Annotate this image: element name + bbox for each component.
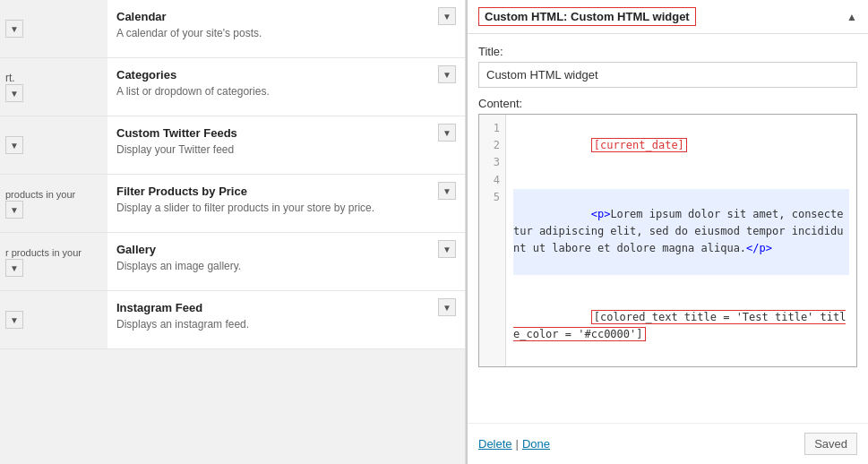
twitter-inner: Custom Twitter Feeds ▼ Display your Twit… (107, 116, 465, 174)
twitter-collapse-btn[interactable]: ▼ (5, 136, 23, 154)
line-numbers: 1 2 3 4 5 (479, 115, 506, 366)
saved-button[interactable]: Saved (804, 433, 857, 455)
left-panel: ▼ Calendar ▼ A calendar of your site's p… (0, 0, 466, 464)
panel-header: Custom HTML: Custom HTML widget ▲ (468, 0, 868, 34)
calendar-right-col: Calendar ▼ A calendar of your site's pos… (107, 0, 465, 57)
categories-title: Categories (116, 68, 176, 82)
categories-right-col: Categories ▼ A list or dropdown of categ… (107, 58, 465, 116)
categories-inner: Categories ▼ A list or dropdown of categ… (107, 58, 465, 116)
panel-body: Title: Content: 1 2 3 4 5 [current_date] (468, 34, 868, 423)
code-content[interactable]: [current_date] <p>Lorem ipsum dolor sit … (506, 115, 856, 366)
instagram-desc: Displays an instagram feed. (116, 316, 456, 339)
html-content: <p>Lorem ipsum dolor sit amet, consectet… (513, 208, 843, 254)
gallery-inner: Gallery ▼ Displays an image gallery. (107, 233, 465, 290)
code-line-2 (513, 172, 849, 189)
calendar-collapse-btn[interactable]: ▼ (5, 20, 23, 38)
instagram-collapse-btn[interactable]: ▼ (5, 311, 23, 329)
widget-row-twitter: ▼ Custom Twitter Feeds ▼ Display your Tw… (0, 116, 465, 175)
footer-links: Delete | Done (478, 437, 550, 451)
filter-price-collapse-btn[interactable]: ▼ (5, 201, 23, 219)
instagram-expand-btn[interactable]: ▼ (438, 298, 456, 316)
code-line-5: [colored_text title = 'Test title' title… (513, 292, 849, 361)
filter-price-partial-text: products in your (5, 188, 75, 201)
twitter-desc: Display your Twitter feed (116, 142, 456, 165)
gallery-partial-text: r products in your (5, 246, 82, 259)
calendar-left-col: ▼ (0, 0, 107, 57)
widget-row-filter-price: products in your ▼ Filter Products by Pr… (0, 175, 465, 233)
calendar-expand-btn[interactable]: ▼ (438, 7, 456, 25)
code-line-1: [current_date] (513, 120, 849, 172)
gallery-right-col: Gallery ▼ Displays an image gallery. (107, 233, 465, 290)
categories-partial-text: rt. (5, 72, 15, 84)
filter-price-right-col: Filter Products by Price ▼ Display a sli… (107, 175, 465, 232)
calendar-inner: Calendar ▼ A calendar of your site's pos… (107, 0, 465, 57)
categories-expand-btn[interactable]: ▼ (438, 65, 456, 83)
widget-row-calendar: ▼ Calendar ▼ A calendar of your site's p… (0, 0, 465, 58)
shortcode-current-date: [current_date] (591, 138, 687, 152)
right-panel: Custom HTML: Custom HTML widget ▲ Title:… (466, 0, 868, 464)
title-field-group: Title: (478, 45, 857, 88)
categories-left-col: rt. ▼ (0, 58, 107, 116)
shortcode-colored-text: [colored_text title = 'Test title' title… (513, 310, 846, 341)
instagram-inner: Instagram Feed ▼ Displays an instagram f… (107, 291, 465, 348)
filter-price-inner: Filter Products by Price ▼ Display a sli… (107, 175, 465, 232)
gallery-collapse-btn[interactable]: ▼ (5, 259, 23, 277)
gallery-desc: Displays an image gallery. (116, 258, 456, 281)
categories-desc: A list or dropdown of categories. (116, 83, 456, 107)
twitter-title: Custom Twitter Feeds (116, 126, 237, 140)
filter-price-expand-btn[interactable]: ▼ (438, 182, 456, 200)
calendar-title: Calendar (116, 10, 167, 23)
code-line-4 (513, 275, 849, 292)
title-input[interactable] (478, 62, 857, 88)
content-field-group: Content: 1 2 3 4 5 [current_date] (478, 97, 857, 367)
gallery-expand-btn[interactable]: ▼ (438, 240, 456, 258)
instagram-title: Instagram Feed (116, 301, 202, 314)
instagram-left-col: ▼ (0, 291, 107, 348)
code-editor[interactable]: 1 2 3 4 5 [current_date] <p>Lorem ipsum (478, 114, 857, 367)
filter-price-left-col: products in your ▼ (0, 175, 107, 232)
twitter-left-col: ▼ (0, 116, 107, 174)
done-link[interactable]: Done (522, 437, 550, 451)
panel-collapse-button[interactable]: ▲ (847, 11, 857, 23)
panel-title: Custom HTML: Custom HTML widget (478, 7, 696, 26)
delete-link[interactable]: Delete (478, 437, 512, 451)
filter-price-desc: Display a slider to filter products in y… (116, 200, 456, 223)
footer-separator: | (516, 437, 519, 451)
instagram-right-col: Instagram Feed ▼ Displays an instagram f… (107, 291, 465, 348)
categories-collapse-btn[interactable]: ▼ (5, 84, 23, 102)
twitter-expand-btn[interactable]: ▼ (438, 124, 456, 142)
gallery-title: Gallery (116, 243, 156, 256)
title-label: Title: (478, 45, 857, 58)
panel-footer: Delete | Done Saved (468, 423, 868, 464)
widget-row-instagram: ▼ Instagram Feed ▼ Displays an instagram… (0, 291, 465, 349)
filter-price-title: Filter Products by Price (116, 185, 247, 198)
gallery-left-col: r products in your ▼ (0, 233, 107, 290)
code-line-3: <p>Lorem ipsum dolor sit amet, consectet… (513, 189, 849, 275)
calendar-desc: A calendar of your site's posts. (116, 25, 456, 48)
content-label: Content: (478, 97, 857, 110)
twitter-right-col: Custom Twitter Feeds ▼ Display your Twit… (107, 116, 465, 174)
widget-row-gallery: r products in your ▼ Gallery ▼ Displays … (0, 233, 465, 291)
widget-row-categories: rt. ▼ Categories ▼ A list or dropdown of… (0, 58, 465, 116)
